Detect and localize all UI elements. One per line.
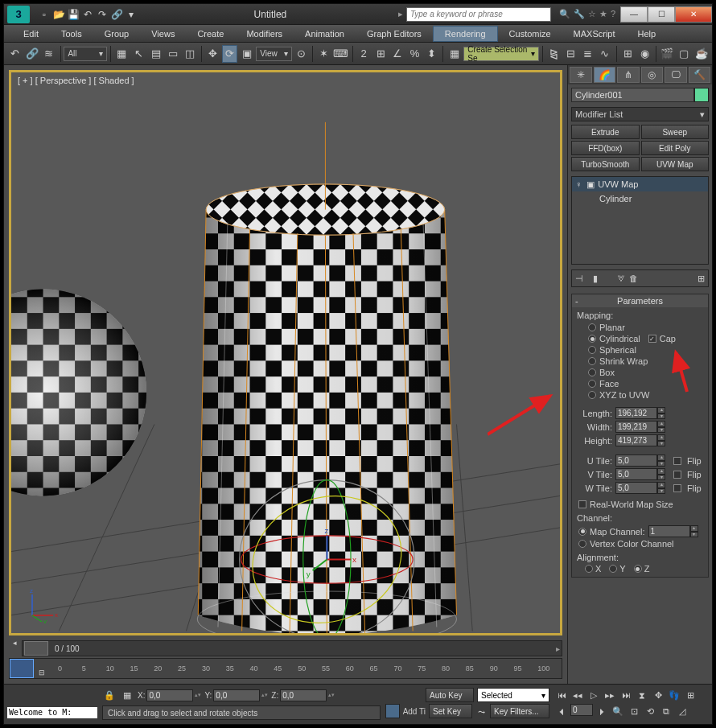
modifier-btn-editpoly[interactable]: Edit Poly: [641, 141, 710, 155]
addtime-label[interactable]: Add Ti: [401, 704, 427, 720]
open-icon[interactable]: 📂: [52, 8, 65, 21]
viewport-label[interactable]: [ + ] [ Perspective ] [ Shaded ]: [18, 76, 134, 85]
mapping-radio-xyz-to-uvw[interactable]: [588, 391, 596, 399]
maxscript-listener[interactable]: Welcome to M:: [7, 707, 97, 718]
menu-group[interactable]: Group: [93, 27, 141, 41]
menu-help[interactable]: Help: [627, 27, 668, 41]
time-ruler[interactable]: ⊟ 05101520253035404550556065707580859095…: [9, 658, 562, 679]
star-icon[interactable]: ☆: [588, 9, 596, 19]
spin-up[interactable]: ▴: [657, 454, 665, 461]
timeline-left-icon[interactable]: ◂: [9, 637, 20, 648]
current-frame-marker[interactable]: [10, 659, 34, 678]
timetag-icon[interactable]: [385, 704, 400, 718]
select-icon[interactable]: ▦: [114, 45, 130, 63]
menu-tools[interactable]: Tools: [50, 27, 93, 41]
spin-up[interactable]: ▴: [657, 421, 665, 427]
modifier-list-combo[interactable]: Modifier List▾: [571, 107, 709, 121]
manip-icon[interactable]: ✶: [316, 45, 331, 63]
modifier-btn-sweep[interactable]: Sweep: [641, 125, 710, 139]
flip-checkbox[interactable]: [673, 484, 681, 492]
minimize-button[interactable]: —: [620, 6, 648, 23]
realworld-checkbox[interactable]: [578, 500, 586, 508]
mapping-radio-cylindrical[interactable]: [588, 335, 596, 343]
walk-icon[interactable]: 👣: [667, 688, 681, 702]
move-icon[interactable]: ✥: [205, 45, 220, 63]
close-button[interactable]: ✕: [675, 6, 712, 23]
next-key-icon[interactable]: ⏵: [595, 704, 609, 718]
goto-end-icon[interactable]: ⏭: [619, 688, 633, 702]
app-logo[interactable]: 3: [7, 6, 30, 23]
cap-checkbox[interactable]: ✓: [648, 335, 656, 343]
object-name-input[interactable]: [571, 88, 694, 102]
cursor-icon[interactable]: ↖: [131, 45, 146, 63]
modifier-stack[interactable]: ♀▣UVW MapCylinder: [571, 176, 709, 265]
schematic-icon[interactable]: ⊞: [619, 45, 635, 63]
axis-radio-x[interactable]: [585, 565, 593, 573]
mirror-icon[interactable]: ⧎: [546, 45, 562, 63]
configure-icon[interactable]: ⊞: [697, 274, 705, 284]
stack-item[interactable]: ♀▣UVW Map: [572, 177, 708, 191]
undo-icon[interactable]: ↶: [81, 8, 94, 21]
ref-coord[interactable]: View▾: [256, 47, 292, 61]
maximize-button[interactable]: ☐: [648, 6, 675, 23]
tab-utilities[interactable]: 🔨: [689, 67, 711, 83]
unlink-tb-icon[interactable]: ≋: [41, 45, 56, 63]
align-icon[interactable]: ⊟: [563, 45, 578, 63]
modifier-btn-uvwmap[interactable]: UVW Map: [641, 157, 710, 171]
lock-icon[interactable]: 🔒: [102, 688, 117, 702]
menu-modifiers[interactable]: Modifiers: [235, 27, 294, 41]
unique-icon[interactable]: ⩔: [617, 274, 626, 283]
timeconfig-icon[interactable]: ⧗: [635, 688, 649, 702]
spin-down[interactable]: ▾: [657, 427, 665, 434]
dim-input[interactable]: [615, 407, 657, 419]
undo-tb-icon[interactable]: ↶: [7, 45, 23, 63]
fov-icon[interactable]: ◿: [675, 704, 689, 718]
editnamed-icon[interactable]: ▦: [446, 45, 462, 63]
render-setup-icon[interactable]: 🎬: [660, 45, 675, 63]
mapping-radio-face[interactable]: [588, 380, 596, 388]
keyfilters-button[interactable]: Key Filters...: [490, 704, 549, 718]
mapping-radio-shrink-wrap[interactable]: [588, 357, 596, 365]
window-select-icon[interactable]: ◫: [183, 45, 198, 63]
binoculars-icon[interactable]: 🔍: [559, 9, 570, 19]
object-color-swatch[interactable]: [694, 88, 709, 102]
vertex-color-radio[interactable]: [578, 540, 586, 548]
menu-animation[interactable]: Animation: [294, 27, 356, 41]
tab-motion[interactable]: ◎: [641, 67, 664, 83]
curve-icon[interactable]: ∿: [597, 45, 612, 63]
star2-icon[interactable]: ★: [599, 9, 607, 19]
keymode-combo[interactable]: Selected▾: [477, 688, 549, 702]
zoom-icon[interactable]: 🔍: [611, 704, 625, 718]
modifier-btn-turbosmooth[interactable]: TurboSmooth: [571, 157, 640, 171]
tab-modify[interactable]: 🌈: [594, 67, 616, 83]
spinnersnap-icon[interactable]: ⬍: [424, 45, 439, 63]
dim-input[interactable]: [615, 434, 657, 446]
help-icon[interactable]: ?: [611, 9, 615, 19]
mapping-radio-planar[interactable]: [588, 323, 596, 331]
spin-up[interactable]: ▴: [657, 482, 665, 488]
spin-down[interactable]: ▾: [657, 475, 665, 481]
link-tb-icon[interactable]: 🔗: [24, 45, 39, 63]
selection-filter[interactable]: All▾: [64, 47, 107, 61]
tab-display[interactable]: 🖵: [665, 67, 687, 83]
spin-down[interactable]: ▾: [657, 488, 665, 495]
layers-icon[interactable]: ≣: [580, 45, 595, 63]
menu-maxscript[interactable]: MAXScript: [562, 27, 627, 41]
viewport[interactable]: [ + ] [ Perspective ] [ Shaded ]: [9, 70, 562, 635]
modifier-btn-ffdbox[interactable]: FFD(box): [571, 141, 640, 155]
rotate-icon[interactable]: ⟳: [222, 45, 237, 63]
pin-stack-icon[interactable]: ⊣: [575, 274, 583, 284]
mapping-radio-box[interactable]: [588, 368, 596, 376]
show-end-icon[interactable]: ▮: [593, 274, 598, 284]
rollout-header[interactable]: -Parameters: [572, 294, 708, 307]
snap2-icon[interactable]: 2: [356, 45, 371, 63]
search-input[interactable]: [406, 7, 551, 22]
flip-checkbox[interactable]: [673, 471, 681, 479]
maximize-vp-icon[interactable]: ⧉: [659, 704, 673, 718]
selection-lock-icon[interactable]: ▦: [120, 688, 134, 702]
tab-hierarchy[interactable]: ⋔: [617, 67, 640, 83]
render-icon[interactable]: ☕: [693, 45, 709, 63]
scale-icon[interactable]: ▣: [239, 45, 254, 63]
menu-customize[interactable]: Customize: [498, 27, 562, 41]
tab-create[interactable]: ✳: [570, 67, 592, 83]
